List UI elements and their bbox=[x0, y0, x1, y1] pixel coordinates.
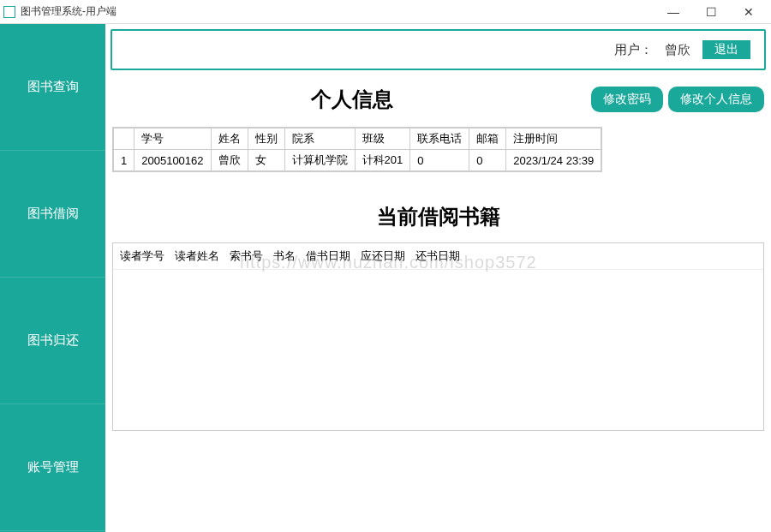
header-bar: 用户： 曾欣 退出 bbox=[111, 29, 766, 70]
personal-info-table: 学号 姓名 性别 院系 班级 联系电话 邮箱 注册时间 1 2005100162… bbox=[113, 128, 601, 171]
main-content: 用户： 曾欣 退出 个人信息 修改密码 修改个人信息 学号 姓名 性别 院系 班… bbox=[105, 24, 771, 532]
window-controls: — ☐ ✕ bbox=[654, 0, 768, 24]
col-phone: 联系电话 bbox=[410, 129, 469, 150]
close-button[interactable]: ✕ bbox=[730, 0, 768, 24]
sidebar-item-account-manage[interactable]: 账号管理 bbox=[0, 404, 105, 531]
edit-personal-info-button[interactable]: 修改个人信息 bbox=[668, 87, 764, 112]
col-rownum bbox=[114, 129, 134, 150]
col-reader-name: 读者姓名 bbox=[175, 248, 219, 264]
cell-dept: 计算机学院 bbox=[284, 150, 355, 171]
logout-button[interactable]: 退出 bbox=[702, 40, 750, 59]
cell-name: 曾欣 bbox=[211, 150, 248, 171]
col-name: 姓名 bbox=[211, 129, 248, 150]
sidebar-item-label: 图书查询 bbox=[27, 79, 79, 95]
cell-phone: 0 bbox=[410, 150, 469, 171]
sidebar-item-book-return[interactable]: 图书归还 bbox=[0, 278, 105, 404]
col-class: 班级 bbox=[355, 129, 410, 150]
col-due-date: 应还日期 bbox=[361, 248, 405, 264]
user-name: 曾欣 bbox=[665, 42, 690, 58]
personal-info-header-row: 个人信息 修改密码 修改个人信息 bbox=[112, 86, 764, 113]
col-reader-id: 读者学号 bbox=[120, 248, 164, 264]
col-email: 邮箱 bbox=[469, 129, 506, 150]
col-gender: 性别 bbox=[248, 129, 284, 150]
cell-id: 2005100162 bbox=[134, 150, 211, 171]
titlebar: 图书管理系统-用户端 — ☐ ✕ bbox=[0, 0, 771, 24]
personal-info-table-wrap: 学号 姓名 性别 院系 班级 联系电话 邮箱 注册时间 1 2005100162… bbox=[112, 127, 602, 172]
cell-regtime: 2023/1/24 23:39 bbox=[506, 150, 601, 171]
user-label: 用户： bbox=[614, 42, 653, 58]
col-regtime: 注册时间 bbox=[506, 129, 601, 150]
cell-class: 计科201 bbox=[355, 150, 410, 171]
col-book-no: 索书号 bbox=[230, 248, 263, 264]
col-return-date: 还书日期 bbox=[415, 248, 460, 264]
personal-info-title: 个人信息 bbox=[112, 86, 591, 113]
app-body: 图书查询 图书借阅 图书归还 账号管理 用户： 曾欣 退出 个人信息 修改密码 … bbox=[0, 24, 771, 532]
sidebar-item-label: 图书归还 bbox=[27, 332, 79, 349]
current-borrow-title: 当前借阅书籍 bbox=[105, 203, 771, 230]
window-title: 图书管理系统-用户端 bbox=[21, 4, 654, 19]
sidebar-item-book-query[interactable]: 图书查询 bbox=[0, 24, 105, 151]
personal-action-buttons: 修改密码 修改个人信息 bbox=[591, 87, 764, 112]
table-header-row: 学号 姓名 性别 院系 班级 联系电话 邮箱 注册时间 bbox=[114, 129, 601, 150]
cell-email: 0 bbox=[469, 150, 506, 171]
borrow-table-box: 读者学号 读者姓名 索书号 书名 借书日期 应还日期 还书日期 bbox=[112, 242, 764, 431]
change-password-button[interactable]: 修改密码 bbox=[591, 87, 663, 112]
minimize-button[interactable]: — bbox=[654, 0, 692, 24]
col-dept: 院系 bbox=[284, 129, 355, 150]
maximize-button[interactable]: ☐ bbox=[692, 0, 730, 24]
sidebar: 图书查询 图书借阅 图书归还 账号管理 bbox=[0, 24, 105, 532]
borrow-table-header: 读者学号 读者姓名 索书号 书名 借书日期 应还日期 还书日期 bbox=[113, 243, 763, 270]
cell-rownum: 1 bbox=[114, 150, 134, 171]
sidebar-item-label: 图书借阅 bbox=[27, 206, 79, 222]
col-borrow-date: 借书日期 bbox=[306, 248, 350, 264]
sidebar-item-label: 账号管理 bbox=[27, 459, 79, 475]
sidebar-item-book-borrow[interactable]: 图书借阅 bbox=[0, 151, 105, 278]
col-book-name: 书名 bbox=[273, 248, 296, 264]
app-icon bbox=[3, 6, 15, 18]
table-row[interactable]: 1 2005100162 曾欣 女 计算机学院 计科201 0 0 2023/1… bbox=[114, 150, 601, 171]
cell-gender: 女 bbox=[248, 150, 284, 171]
col-id: 学号 bbox=[134, 129, 211, 150]
